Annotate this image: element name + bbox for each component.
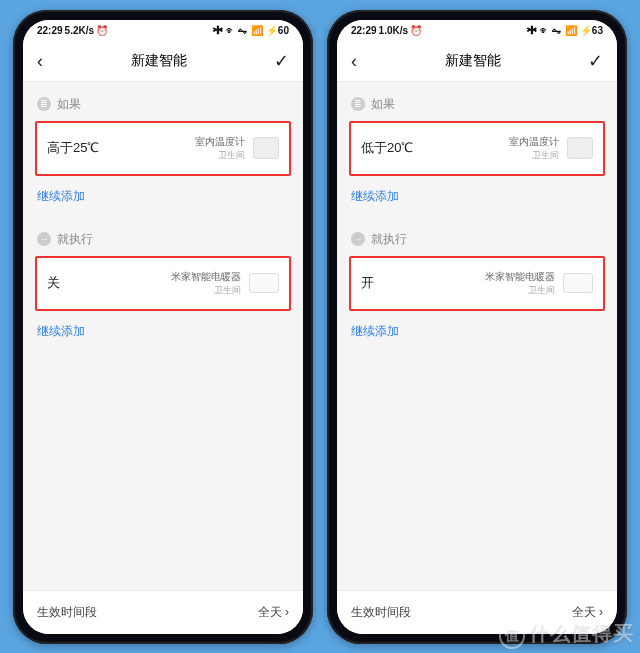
condition-room: 卫生间 — [532, 149, 559, 162]
action-room: 卫生间 — [528, 284, 555, 297]
add-condition-button[interactable]: 继续添加 — [337, 176, 617, 217]
condition-text: 高于25℃ — [47, 139, 99, 157]
add-action-button[interactable]: 继续添加 — [23, 311, 303, 352]
then-section-header: → 就执行 — [23, 217, 303, 256]
action-text: 开 — [361, 274, 374, 292]
heater-icon — [563, 273, 593, 293]
action-room: 卫生间 — [214, 284, 241, 297]
content: ≣ 如果 高于25℃ 室内温度计 卫生间 继续添加 → 就执行 关 米家智能电暖… — [23, 82, 303, 590]
status-bar: 22:29 1.0K/s ⏰ ✱ ᯤ ⏦ 📶 ⚡63 — [337, 20, 617, 42]
if-section-header: ≣ 如果 — [23, 82, 303, 121]
action-device: 米家智能电暖器 — [171, 270, 241, 284]
if-section-header: ≣ 如果 — [337, 82, 617, 121]
status-time: 22:29 — [351, 25, 377, 36]
effective-period-label: 生效时间段 — [351, 604, 411, 621]
back-icon[interactable]: ‹ — [37, 51, 43, 72]
status-net: 1.0K/s — [379, 25, 408, 36]
if-label: 如果 — [371, 96, 395, 113]
action-device: 米家智能电暖器 — [485, 270, 555, 284]
page-title: 新建智能 — [445, 52, 501, 70]
effective-period-label: 生效时间段 — [37, 604, 97, 621]
bottom-bar[interactable]: 生效时间段 全天 › — [337, 590, 617, 634]
alarm-icon: ⏰ — [96, 25, 108, 36]
condition-device: 室内温度计 — [509, 135, 559, 149]
header: ‹ 新建智能 ✓ — [23, 42, 303, 82]
confirm-icon[interactable]: ✓ — [274, 50, 289, 72]
status-time: 22:29 — [37, 25, 63, 36]
phone-right: 22:29 1.0K/s ⏰ ✱ ᯤ ⏦ 📶 ⚡63 ‹ 新建智能 ✓ ≣ 如果… — [327, 10, 627, 644]
status-bar: 22:29 5.2K/s ⏰ ✱ ᯤ ⏦ 📶 ⚡60 — [23, 20, 303, 42]
action-card[interactable]: 关 米家智能电暖器 卫生间 — [35, 256, 291, 311]
status-right: ✱ ᯤ ⏦ 📶 ⚡63 — [527, 25, 603, 36]
content: ≣ 如果 低于20℃ 室内温度计 卫生间 继续添加 → 就执行 开 米家智能电暖… — [337, 82, 617, 590]
condition-device: 室内温度计 — [195, 135, 245, 149]
effective-period-value: 全天 › — [258, 604, 289, 621]
thermometer-icon — [253, 137, 279, 159]
screen: 22:29 1.0K/s ⏰ ✱ ᯤ ⏦ 📶 ⚡63 ‹ 新建智能 ✓ ≣ 如果… — [337, 20, 617, 634]
condition-card[interactable]: 低于20℃ 室内温度计 卫生间 — [349, 121, 605, 176]
bottom-bar[interactable]: 生效时间段 全天 › — [23, 590, 303, 634]
confirm-icon[interactable]: ✓ — [588, 50, 603, 72]
thermometer-icon — [567, 137, 593, 159]
then-label: 就执行 — [57, 231, 93, 248]
alarm-icon: ⏰ — [410, 25, 422, 36]
action-text: 关 — [47, 274, 60, 292]
header: ‹ 新建智能 ✓ — [337, 42, 617, 82]
arrow-right-icon: → — [351, 232, 365, 246]
condition-text: 低于20℃ — [361, 139, 413, 157]
if-label: 如果 — [57, 96, 81, 113]
then-section-header: → 就执行 — [337, 217, 617, 256]
status-right: ✱ ᯤ ⏦ 📶 ⚡60 — [213, 25, 289, 36]
add-condition-button[interactable]: 继续添加 — [23, 176, 303, 217]
condition-room: 卫生间 — [218, 149, 245, 162]
phone-left: 22:29 5.2K/s ⏰ ✱ ᯤ ⏦ 📶 ⚡60 ‹ 新建智能 ✓ ≣ 如果… — [13, 10, 313, 644]
list-icon: ≣ — [351, 97, 365, 111]
add-action-button[interactable]: 继续添加 — [337, 311, 617, 352]
status-net: 5.2K/s — [65, 25, 94, 36]
arrow-right-icon: → — [37, 232, 51, 246]
heater-icon — [249, 273, 279, 293]
page-title: 新建智能 — [131, 52, 187, 70]
effective-period-value: 全天 › — [572, 604, 603, 621]
condition-card[interactable]: 高于25℃ 室内温度计 卫生间 — [35, 121, 291, 176]
list-icon: ≣ — [37, 97, 51, 111]
action-card[interactable]: 开 米家智能电暖器 卫生间 — [349, 256, 605, 311]
then-label: 就执行 — [371, 231, 407, 248]
back-icon[interactable]: ‹ — [351, 51, 357, 72]
screen: 22:29 5.2K/s ⏰ ✱ ᯤ ⏦ 📶 ⚡60 ‹ 新建智能 ✓ ≣ 如果… — [23, 20, 303, 634]
